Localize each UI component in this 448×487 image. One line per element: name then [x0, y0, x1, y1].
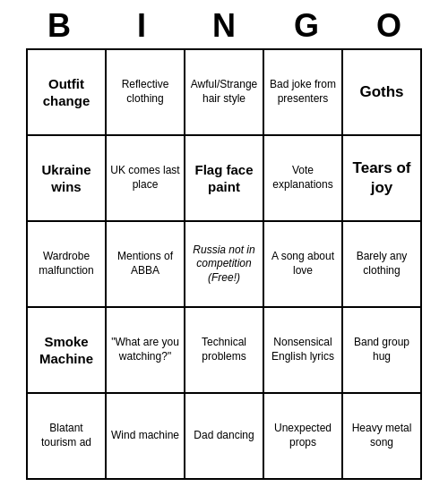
bingo-cell-7: Flag face paint — [185, 136, 264, 222]
bingo-cell-16: "What are you watching?" — [107, 308, 185, 394]
bingo-cell-15: Smoke Machine — [28, 308, 107, 394]
bingo-cell-12: Russia not in competition (Free!) — [185, 222, 264, 308]
bingo-cell-17: Technical problems — [185, 308, 264, 394]
bingo-cell-22: Dad dancing — [185, 394, 264, 480]
bingo-cell-3: Bad joke from presenters — [264, 50, 343, 136]
bingo-cell-21: Wind machine — [107, 394, 185, 480]
bingo-cell-1: Reflective clothing — [107, 50, 185, 136]
bingo-cell-9: Tears of joy — [343, 136, 422, 222]
bingo-cell-10: Wardrobe malfunction — [28, 222, 107, 308]
bingo-cell-5: Ukraine wins — [28, 136, 107, 222]
bingo-letter-o: O — [355, 7, 423, 45]
bingo-cell-6: UK comes last place — [107, 136, 185, 222]
bingo-cell-19: Band group hug — [343, 308, 422, 394]
bingo-cell-23: Unexpected props — [264, 394, 343, 480]
bingo-letter-n: N — [190, 7, 258, 45]
bingo-cell-13: A song about love — [264, 222, 343, 308]
bingo-header: BINGO — [18, 0, 430, 48]
bingo-grid: Outfit changeReflective clothingAwful/St… — [26, 48, 422, 480]
bingo-cell-18: Nonsensical English lyrics — [264, 308, 343, 394]
bingo-cell-0: Outfit change — [28, 50, 107, 136]
bingo-cell-11: Mentions of ABBA — [107, 222, 185, 308]
bingo-cell-14: Barely any clothing — [343, 222, 422, 308]
bingo-cell-8: Vote explanations — [264, 136, 343, 222]
bingo-cell-4: Goths — [343, 50, 422, 136]
bingo-cell-24: Heavy metal song — [343, 394, 422, 480]
bingo-letter-i: I — [108, 7, 176, 45]
bingo-cell-20: Blatant tourism ad — [28, 394, 107, 480]
bingo-cell-2: Awful/Strange hair style — [185, 50, 264, 136]
bingo-letter-g: G — [272, 7, 340, 45]
bingo-letter-b: B — [25, 7, 93, 45]
